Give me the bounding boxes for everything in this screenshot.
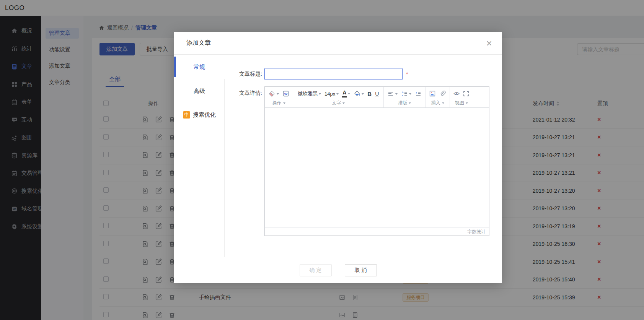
operations-menu[interactable]: 操作 [268,99,289,106]
chevron-down-icon [395,93,398,96]
chevron-down-icon [442,102,444,105]
line-height-button[interactable] [401,90,411,97]
insert-image-icon[interactable] [429,90,436,97]
insert-link-icon[interactable] [439,90,446,97]
close-icon[interactable]: × [486,38,492,48]
align-button[interactable] [387,90,398,97]
modal-form: 文章标题: * 文章详情: [225,55,502,257]
insert-menu[interactable]: 插入 [429,99,446,106]
required-asterisk: * [406,71,408,77]
chevron-down-icon [336,93,339,96]
underline-button[interactable]: U [375,91,379,97]
rich-text-editor: W 操作 微软雅黑 14px A [264,86,489,236]
modal-body: 常规 高级 中 搜索优化 文章标题: * 文章详情: [174,55,502,257]
toolbar-group-view: </> 视图 [450,87,473,107]
modal-tab-general[interactable]: 常规 [174,55,225,79]
editor-status-bar: 字数统计 [265,227,489,236]
article-detail-label: 文章详情: [239,86,264,97]
modal-title: 添加文章 [186,39,211,47]
toolbar-group-text: 微软雅黑 14px A B U 文字 [293,87,384,107]
chevron-down-icon [277,93,279,96]
eraser-icon[interactable] [268,90,279,97]
editor-toolbar: W 操作 微软雅黑 14px A [265,87,489,108]
article-title-input[interactable] [264,68,403,80]
fullscreen-icon[interactable] [463,90,470,97]
chevron-down-icon [342,102,345,105]
modal-tab-advanced[interactable]: 高级 [174,79,225,103]
chevron-down-icon [409,102,411,105]
editor-content-area[interactable] [265,108,489,227]
seo-badge-icon: 中 [183,111,190,119]
chevron-down-icon [409,93,411,96]
word-count-label[interactable]: 字数统计 [467,229,486,235]
modal-tab-seo[interactable]: 中 搜索优化 [174,103,225,127]
confirm-button[interactable]: 确 定 [300,264,332,276]
font-family-select[interactable]: 微软雅黑 [298,90,321,97]
cancel-button[interactable]: 取 消 [345,264,377,276]
svg-text:W: W [284,92,288,96]
source-code-icon[interactable]: </> [453,91,459,96]
font-color-button[interactable]: A [342,90,350,97]
article-title-label: 文章标题: [239,71,264,78]
toolbar-group-operations: W 操作 [265,87,293,107]
layout-menu[interactable]: 排版 [387,99,422,106]
view-menu[interactable]: 视图 [453,99,469,106]
font-size-select[interactable]: 14px [324,91,339,97]
text-menu[interactable]: 文字 [298,99,379,106]
toolbar-group-layout: 排版 [384,87,426,107]
modal-footer: 确 定 取 消 [174,257,502,283]
chevron-down-icon [466,102,468,105]
background-color-button[interactable] [354,90,364,97]
chevron-down-icon [362,93,364,96]
chevron-down-icon [348,93,350,96]
modal-header: 添加文章 × [174,32,502,55]
toolbar-group-insert: 插入 [426,87,450,107]
paste-word-icon[interactable]: W [282,90,289,97]
chevron-down-icon [319,93,321,96]
indent-button[interactable] [415,90,422,97]
chevron-down-icon [283,102,285,105]
modal-tab-strip: 常规 高级 中 搜索优化 [174,55,225,257]
bold-button[interactable]: B [367,91,372,97]
add-article-modal: 添加文章 × 常规 高级 中 搜索优化 文章标题: * 文章详情: [174,32,502,283]
